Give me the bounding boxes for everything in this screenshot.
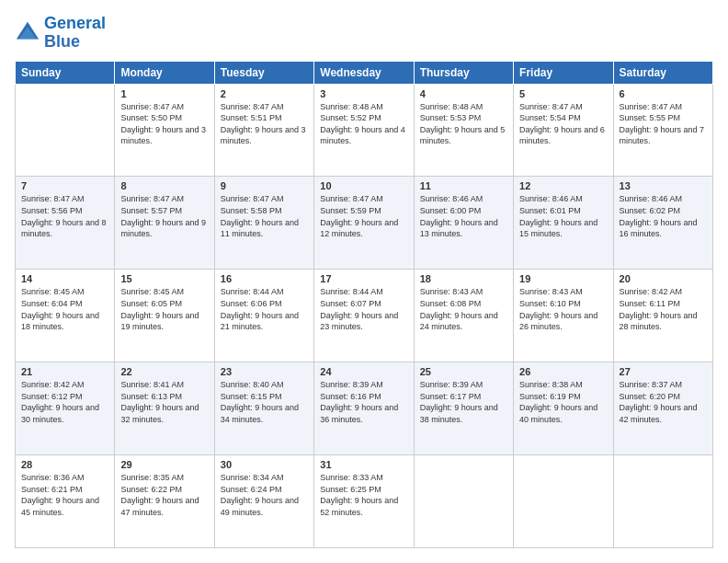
day-cell: 23Sunrise: 8:40 AMSunset: 6:15 PMDayligh…	[214, 362, 313, 455]
day-cell: 30Sunrise: 8:34 AMSunset: 6:24 PMDayligh…	[214, 455, 313, 548]
day-cell: 7Sunrise: 8:47 AMSunset: 5:56 PMDaylight…	[16, 177, 115, 270]
day-number: 24	[320, 366, 407, 377]
day-cell: 3Sunrise: 8:48 AMSunset: 5:52 PMDaylight…	[314, 84, 414, 177]
day-cell: 5Sunrise: 8:47 AMSunset: 5:54 PMDaylight…	[514, 84, 613, 177]
day-info: Sunrise: 8:47 AMSunset: 5:56 PMDaylight:…	[21, 193, 108, 239]
day-cell: 15Sunrise: 8:45 AMSunset: 6:05 PMDayligh…	[115, 270, 214, 362]
day-number: 11	[420, 180, 507, 191]
header-cell-thursday: Thursday	[414, 61, 513, 84]
day-number: 20	[620, 273, 707, 284]
day-number: 21	[21, 366, 108, 377]
day-info: Sunrise: 8:47 AMSunset: 5:51 PMDaylight:…	[221, 101, 308, 147]
header-cell-monday: Monday	[115, 61, 214, 84]
day-cell: 4Sunrise: 8:48 AMSunset: 5:53 PMDaylight…	[414, 84, 513, 177]
week-row-1: 7Sunrise: 8:47 AMSunset: 5:56 PMDaylight…	[16, 177, 713, 270]
day-cell: 11Sunrise: 8:46 AMSunset: 6:00 PMDayligh…	[414, 177, 513, 270]
day-cell: 20Sunrise: 8:42 AMSunset: 6:11 PMDayligh…	[613, 270, 712, 362]
day-info: Sunrise: 8:47 AMSunset: 5:57 PMDaylight:…	[120, 193, 208, 239]
day-number: 16	[221, 273, 308, 284]
day-cell: 24Sunrise: 8:39 AMSunset: 6:16 PMDayligh…	[314, 362, 414, 455]
header-cell-tuesday: Tuesday	[214, 61, 313, 84]
day-number: 8	[120, 180, 208, 191]
day-info: Sunrise: 8:46 AMSunset: 6:02 PMDaylight:…	[620, 193, 707, 239]
day-cell: 1Sunrise: 8:47 AMSunset: 5:50 PMDaylight…	[115, 84, 214, 177]
day-cell: 27Sunrise: 8:37 AMSunset: 6:20 PMDayligh…	[613, 362, 712, 455]
day-cell: 12Sunrise: 8:46 AMSunset: 6:01 PMDayligh…	[514, 177, 613, 270]
day-info: Sunrise: 8:39 AMSunset: 6:17 PMDaylight:…	[420, 379, 507, 425]
day-number: 7	[21, 180, 108, 191]
day-info: Sunrise: 8:47 AMSunset: 5:54 PMDaylight:…	[519, 101, 607, 147]
day-cell: 13Sunrise: 8:46 AMSunset: 6:02 PMDayligh…	[613, 177, 712, 270]
day-number: 4	[420, 88, 507, 99]
day-info: Sunrise: 8:47 AMSunset: 5:50 PMDaylight:…	[120, 101, 208, 147]
calendar: SundayMondayTuesdayWednesdayThursdayFrid…	[15, 61, 713, 548]
day-cell: 14Sunrise: 8:45 AMSunset: 6:04 PMDayligh…	[16, 270, 115, 362]
day-cell	[16, 84, 115, 177]
day-info: Sunrise: 8:44 AMSunset: 6:06 PMDaylight:…	[221, 286, 308, 332]
day-number: 14	[21, 273, 108, 284]
day-cell: 26Sunrise: 8:38 AMSunset: 6:19 PMDayligh…	[514, 362, 613, 455]
day-info: Sunrise: 8:44 AMSunset: 6:07 PMDaylight:…	[320, 286, 407, 332]
day-info: Sunrise: 8:45 AMSunset: 6:04 PMDaylight:…	[21, 286, 108, 332]
header-cell-saturday: Saturday	[613, 61, 712, 84]
day-info: Sunrise: 8:36 AMSunset: 6:21 PMDaylight:…	[21, 472, 108, 518]
header-cell-friday: Friday	[514, 61, 613, 84]
day-info: Sunrise: 8:38 AMSunset: 6:19 PMDaylight:…	[519, 379, 607, 425]
day-number: 31	[320, 459, 407, 470]
day-info: Sunrise: 8:48 AMSunset: 5:52 PMDaylight:…	[320, 101, 407, 147]
day-cell: 17Sunrise: 8:44 AMSunset: 6:07 PMDayligh…	[314, 270, 414, 362]
day-number: 25	[420, 366, 507, 377]
page: General Blue SundayMondayTuesdayWednesda…	[0, 0, 728, 563]
day-info: Sunrise: 8:45 AMSunset: 6:05 PMDaylight:…	[120, 286, 208, 332]
header: General Blue	[15, 15, 713, 52]
day-info: Sunrise: 8:48 AMSunset: 5:53 PMDaylight:…	[420, 101, 507, 147]
day-info: Sunrise: 8:46 AMSunset: 6:00 PMDaylight:…	[420, 193, 507, 239]
day-number: 23	[221, 366, 308, 377]
day-cell: 6Sunrise: 8:47 AMSunset: 5:55 PMDaylight…	[613, 84, 712, 177]
day-cell: 10Sunrise: 8:47 AMSunset: 5:59 PMDayligh…	[314, 177, 414, 270]
day-info: Sunrise: 8:47 AMSunset: 5:58 PMDaylight:…	[221, 193, 308, 239]
week-row-3: 21Sunrise: 8:42 AMSunset: 6:12 PMDayligh…	[16, 362, 713, 455]
day-info: Sunrise: 8:43 AMSunset: 6:08 PMDaylight:…	[420, 286, 507, 332]
header-cell-sunday: Sunday	[16, 61, 115, 84]
day-number: 27	[620, 366, 707, 377]
logo-text: General Blue	[44, 15, 106, 52]
day-cell: 2Sunrise: 8:47 AMSunset: 5:51 PMDaylight…	[214, 84, 313, 177]
day-info: Sunrise: 8:42 AMSunset: 6:11 PMDaylight:…	[620, 286, 707, 332]
day-number: 15	[120, 273, 208, 284]
day-info: Sunrise: 8:39 AMSunset: 6:16 PMDaylight:…	[320, 379, 407, 425]
calendar-header-row: SundayMondayTuesdayWednesdayThursdayFrid…	[16, 61, 713, 84]
day-number: 10	[320, 180, 407, 191]
day-cell	[414, 455, 513, 548]
week-row-0: 1Sunrise: 8:47 AMSunset: 5:50 PMDaylight…	[16, 84, 713, 177]
day-number: 30	[221, 459, 308, 470]
day-info: Sunrise: 8:34 AMSunset: 6:24 PMDaylight:…	[221, 472, 308, 518]
day-number: 22	[120, 366, 208, 377]
day-number: 12	[519, 180, 607, 191]
day-cell: 16Sunrise: 8:44 AMSunset: 6:06 PMDayligh…	[214, 270, 313, 362]
day-info: Sunrise: 8:41 AMSunset: 6:13 PMDaylight:…	[120, 379, 208, 425]
day-cell	[613, 455, 712, 548]
day-cell: 19Sunrise: 8:43 AMSunset: 6:10 PMDayligh…	[514, 270, 613, 362]
day-number: 9	[221, 180, 308, 191]
day-number: 17	[320, 273, 407, 284]
day-info: Sunrise: 8:40 AMSunset: 6:15 PMDaylight:…	[221, 379, 308, 425]
day-cell: 25Sunrise: 8:39 AMSunset: 6:17 PMDayligh…	[414, 362, 513, 455]
day-number: 18	[420, 273, 507, 284]
logo: General Blue	[15, 15, 106, 52]
day-info: Sunrise: 8:42 AMSunset: 6:12 PMDaylight:…	[21, 379, 108, 425]
header-cell-wednesday: Wednesday	[314, 61, 414, 84]
day-cell: 31Sunrise: 8:33 AMSunset: 6:25 PMDayligh…	[314, 455, 414, 548]
day-info: Sunrise: 8:43 AMSunset: 6:10 PMDaylight:…	[519, 286, 607, 332]
day-info: Sunrise: 8:46 AMSunset: 6:01 PMDaylight:…	[519, 193, 607, 239]
day-number: 28	[21, 459, 108, 470]
day-info: Sunrise: 8:47 AMSunset: 5:59 PMDaylight:…	[320, 193, 407, 239]
day-cell: 29Sunrise: 8:35 AMSunset: 6:22 PMDayligh…	[115, 455, 214, 548]
day-number: 2	[221, 88, 308, 99]
day-cell: 9Sunrise: 8:47 AMSunset: 5:58 PMDaylight…	[214, 177, 313, 270]
day-cell: 8Sunrise: 8:47 AMSunset: 5:57 PMDaylight…	[115, 177, 214, 270]
day-number: 6	[620, 88, 707, 99]
day-cell	[514, 455, 613, 548]
day-info: Sunrise: 8:37 AMSunset: 6:20 PMDaylight:…	[620, 379, 707, 425]
day-number: 13	[620, 180, 707, 191]
